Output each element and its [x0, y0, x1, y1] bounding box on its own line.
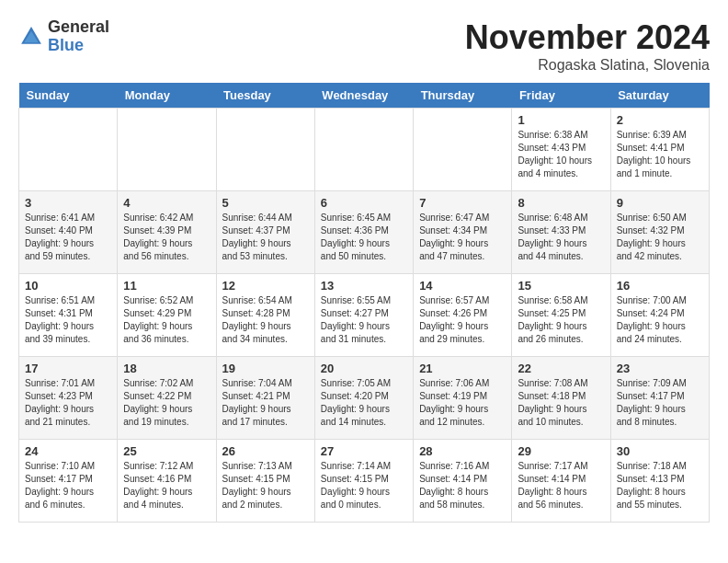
weekday-row: SundayMondayTuesdayWednesdayThursdayFrid… — [19, 83, 710, 109]
calendar-cell: 22Sunrise: 7:08 AM Sunset: 4:18 PM Dayli… — [512, 357, 610, 440]
day-info: Sunrise: 7:02 AM Sunset: 4:22 PM Dayligh… — [123, 377, 210, 429]
day-number: 25 — [123, 444, 210, 458]
logo-general: General — [48, 18, 109, 37]
day-number: 26 — [222, 444, 309, 458]
calendar-cell: 29Sunrise: 7:17 AM Sunset: 4:14 PM Dayli… — [512, 440, 610, 523]
page-header: General Blue November 2024 Rogaska Slati… — [18, 18, 710, 74]
logo: General Blue — [18, 18, 109, 55]
calendar-cell: 24Sunrise: 7:10 AM Sunset: 4:17 PM Dayli… — [19, 440, 118, 523]
day-info: Sunrise: 6:45 AM Sunset: 4:36 PM Dayligh… — [321, 212, 407, 263]
day-number: 23 — [617, 362, 703, 375]
calendar-cell: 23Sunrise: 7:09 AM Sunset: 4:17 PM Dayli… — [610, 357, 709, 440]
day-number: 10 — [25, 279, 111, 293]
day-number: 30 — [617, 444, 703, 458]
day-number: 16 — [617, 279, 703, 293]
weekday-header: Wednesday — [314, 83, 413, 109]
day-number: 9 — [617, 196, 703, 210]
day-info: Sunrise: 7:05 AM Sunset: 4:20 PM Dayligh… — [321, 377, 407, 429]
day-number: 7 — [419, 196, 506, 210]
calendar-cell: 28Sunrise: 7:16 AM Sunset: 4:14 PM Dayli… — [414, 440, 512, 523]
day-number: 29 — [518, 444, 604, 458]
day-info: Sunrise: 6:55 AM Sunset: 4:27 PM Dayligh… — [321, 294, 407, 346]
calendar-cell — [216, 109, 314, 191]
day-info: Sunrise: 6:58 AM Sunset: 4:25 PM Dayligh… — [518, 294, 604, 346]
calendar-cell: 15Sunrise: 6:58 AM Sunset: 4:25 PM Dayli… — [512, 274, 610, 357]
day-info: Sunrise: 7:17 AM Sunset: 4:14 PM Dayligh… — [518, 460, 604, 511]
day-info: Sunrise: 6:57 AM Sunset: 4:26 PM Dayligh… — [419, 294, 506, 346]
day-info: Sunrise: 7:08 AM Sunset: 4:18 PM Dayligh… — [518, 377, 604, 429]
day-number: 15 — [518, 279, 604, 293]
weekday-header: Sunday — [19, 83, 118, 109]
day-number: 4 — [123, 196, 210, 210]
calendar-header: SundayMondayTuesdayWednesdayThursdayFrid… — [19, 83, 710, 109]
calendar-cell: 14Sunrise: 6:57 AM Sunset: 4:26 PM Dayli… — [414, 274, 512, 357]
calendar-week-row: 10Sunrise: 6:51 AM Sunset: 4:31 PM Dayli… — [19, 274, 710, 357]
day-info: Sunrise: 6:44 AM Sunset: 4:37 PM Dayligh… — [222, 212, 309, 263]
day-number: 8 — [518, 196, 604, 210]
calendar-cell — [314, 109, 413, 191]
location-title: Rogaska Slatina, Slovenia — [465, 57, 710, 74]
day-number: 13 — [321, 279, 407, 293]
calendar-body: 1Sunrise: 6:38 AM Sunset: 4:43 PM Daylig… — [19, 109, 710, 523]
calendar-cell — [414, 109, 512, 191]
calendar-cell: 17Sunrise: 7:01 AM Sunset: 4:23 PM Dayli… — [19, 357, 118, 440]
day-info: Sunrise: 7:13 AM Sunset: 4:15 PM Dayligh… — [222, 460, 309, 511]
day-info: Sunrise: 7:04 AM Sunset: 4:21 PM Dayligh… — [222, 377, 309, 429]
day-info: Sunrise: 6:47 AM Sunset: 4:34 PM Dayligh… — [419, 212, 506, 263]
day-number: 28 — [419, 444, 506, 458]
logo-blue: Blue — [48, 37, 109, 55]
calendar-cell: 25Sunrise: 7:12 AM Sunset: 4:16 PM Dayli… — [118, 440, 216, 523]
day-number: 11 — [123, 279, 210, 293]
day-number: 12 — [222, 279, 309, 293]
day-info: Sunrise: 6:51 AM Sunset: 4:31 PM Dayligh… — [25, 294, 111, 346]
day-info: Sunrise: 7:06 AM Sunset: 4:19 PM Dayligh… — [419, 377, 506, 429]
day-info: Sunrise: 7:09 AM Sunset: 4:17 PM Dayligh… — [617, 377, 703, 429]
calendar-cell: 6Sunrise: 6:45 AM Sunset: 4:36 PM Daylig… — [314, 191, 413, 274]
calendar-cell: 12Sunrise: 6:54 AM Sunset: 4:28 PM Dayli… — [216, 274, 314, 357]
day-number: 2 — [617, 113, 703, 127]
calendar-table: SundayMondayTuesdayWednesdayThursdayFrid… — [18, 83, 710, 523]
calendar-cell: 27Sunrise: 7:14 AM Sunset: 4:15 PM Dayli… — [314, 440, 413, 523]
day-info: Sunrise: 7:18 AM Sunset: 4:13 PM Dayligh… — [617, 460, 703, 511]
day-number: 5 — [222, 196, 309, 210]
calendar-cell: 10Sunrise: 6:51 AM Sunset: 4:31 PM Dayli… — [19, 274, 118, 357]
calendar-cell: 5Sunrise: 6:44 AM Sunset: 4:37 PM Daylig… — [216, 191, 314, 274]
calendar-cell: 16Sunrise: 7:00 AM Sunset: 4:24 PM Dayli… — [610, 274, 709, 357]
calendar-cell: 7Sunrise: 6:47 AM Sunset: 4:34 PM Daylig… — [414, 191, 512, 274]
calendar-cell — [118, 109, 216, 191]
calendar-cell: 30Sunrise: 7:18 AM Sunset: 4:13 PM Dayli… — [610, 440, 709, 523]
weekday-header: Thursday — [414, 83, 512, 109]
calendar-week-row: 3Sunrise: 6:41 AM Sunset: 4:40 PM Daylig… — [19, 191, 710, 274]
calendar-cell: 1Sunrise: 6:38 AM Sunset: 4:43 PM Daylig… — [512, 109, 610, 191]
calendar-cell: 18Sunrise: 7:02 AM Sunset: 4:22 PM Dayli… — [118, 357, 216, 440]
day-info: Sunrise: 6:39 AM Sunset: 4:41 PM Dayligh… — [617, 129, 703, 180]
calendar-cell: 21Sunrise: 7:06 AM Sunset: 4:19 PM Dayli… — [414, 357, 512, 440]
calendar-cell: 13Sunrise: 6:55 AM Sunset: 4:27 PM Dayli… — [314, 274, 413, 357]
calendar-cell: 19Sunrise: 7:04 AM Sunset: 4:21 PM Dayli… — [216, 357, 314, 440]
calendar-cell: 26Sunrise: 7:13 AM Sunset: 4:15 PM Dayli… — [216, 440, 314, 523]
calendar-cell: 9Sunrise: 6:50 AM Sunset: 4:32 PM Daylig… — [610, 191, 709, 274]
day-info: Sunrise: 7:16 AM Sunset: 4:14 PM Dayligh… — [419, 460, 506, 511]
day-info: Sunrise: 7:12 AM Sunset: 4:16 PM Dayligh… — [123, 460, 210, 511]
day-info: Sunrise: 6:50 AM Sunset: 4:32 PM Dayligh… — [617, 212, 703, 263]
day-number: 14 — [419, 279, 506, 293]
day-info: Sunrise: 6:42 AM Sunset: 4:39 PM Dayligh… — [123, 212, 210, 263]
logo-icon — [18, 24, 44, 50]
day-info: Sunrise: 6:48 AM Sunset: 4:33 PM Dayligh… — [518, 212, 604, 263]
day-info: Sunrise: 7:00 AM Sunset: 4:24 PM Dayligh… — [617, 294, 703, 346]
day-number: 3 — [25, 196, 111, 210]
day-number: 20 — [321, 362, 407, 375]
day-info: Sunrise: 6:41 AM Sunset: 4:40 PM Dayligh… — [25, 212, 111, 263]
weekday-header: Friday — [512, 83, 610, 109]
day-number: 27 — [321, 444, 407, 458]
calendar-cell: 20Sunrise: 7:05 AM Sunset: 4:20 PM Dayli… — [314, 357, 413, 440]
logo-text: General Blue — [48, 18, 109, 55]
day-info: Sunrise: 7:14 AM Sunset: 4:15 PM Dayligh… — [321, 460, 407, 511]
day-number: 22 — [518, 362, 604, 375]
day-info: Sunrise: 6:54 AM Sunset: 4:28 PM Dayligh… — [222, 294, 309, 346]
day-number: 21 — [419, 362, 506, 375]
calendar-week-row: 1Sunrise: 6:38 AM Sunset: 4:43 PM Daylig… — [19, 109, 710, 191]
month-title: November 2024 — [465, 18, 710, 57]
weekday-header: Monday — [118, 83, 216, 109]
weekday-header: Saturday — [610, 83, 709, 109]
